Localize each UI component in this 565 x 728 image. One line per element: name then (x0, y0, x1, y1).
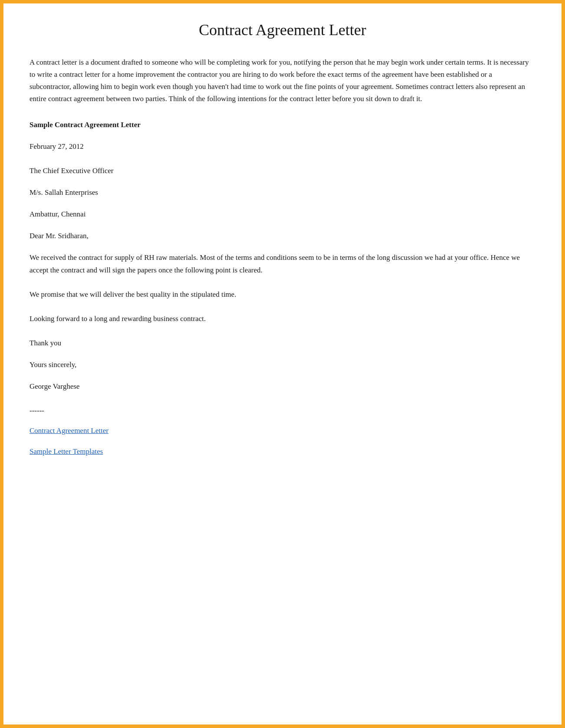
body-text-2: We promise that we will deliver the best… (29, 290, 236, 298)
recipient-title-field: The Chief Executive Officer (29, 165, 536, 177)
links-container: Contract Agreement LetterSample Letter T… (29, 425, 536, 458)
sender-name: George Varghese (29, 382, 80, 390)
page-title: Contract Agreement Letter (29, 21, 536, 39)
body-paragraph-1: We received the contract for supply of R… (29, 252, 536, 276)
letter-date: February 27, 2012 (29, 142, 84, 151)
body-paragraph-2: We promise that we will deliver the best… (29, 289, 536, 301)
address-field: Ambattur, Chennai (29, 208, 536, 220)
sender-name-field: George Varghese (29, 380, 536, 393)
section-heading: Sample Contract Agreement Letter (29, 119, 536, 131)
body-text-1: We received the contract for supply of R… (29, 253, 520, 274)
salutation: Dear Mr. Sridharan, (29, 232, 88, 240)
closing-thank-you: Thank you (29, 339, 61, 347)
section-heading-block: Sample Contract Agreement Letter (29, 119, 536, 131)
date-field: February 27, 2012 (29, 141, 536, 153)
salutation-field: Dear Mr. Sridharan, (29, 230, 536, 242)
page-container: Contract Agreement Letter A contract let… (0, 0, 565, 728)
divider-field: ------ (29, 405, 536, 417)
company-name: M/s. Sallah Enterprises (29, 188, 98, 197)
address: Ambattur, Chennai (29, 210, 86, 218)
company-field: M/s. Sallah Enterprises (29, 187, 536, 199)
closing1-field: Thank you (29, 337, 536, 349)
intro-text: A contract letter is a document drafted … (29, 56, 536, 105)
recipient-title: The Chief Executive Officer (29, 167, 114, 175)
closing-sincerely: Yours sincerely, (29, 361, 77, 369)
letter-link[interactable]: Sample Letter Templates (29, 447, 103, 456)
link-item: Sample Letter Templates (29, 446, 536, 458)
letter-divider: ------ (29, 407, 44, 415)
letter-link[interactable]: Contract Agreement Letter (29, 426, 108, 435)
body-paragraph-3: Looking forward to a long and rewarding … (29, 313, 536, 325)
body-text-3: Looking forward to a long and rewarding … (29, 315, 206, 323)
letter-body: Sample Contract Agreement Letter Februar… (29, 119, 536, 458)
link-item: Contract Agreement Letter (29, 425, 536, 437)
closing2-field: Yours sincerely, (29, 359, 536, 371)
